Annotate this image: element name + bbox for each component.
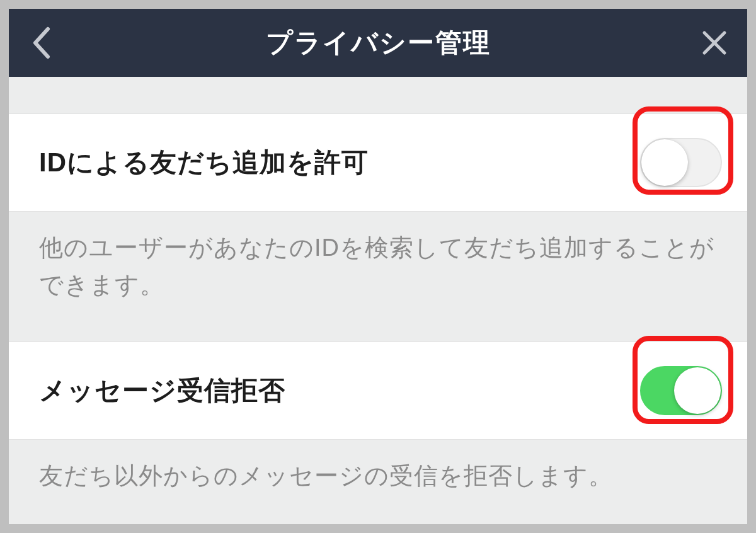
- navbar: プライバシー管理: [9, 9, 747, 77]
- toggle-message-reject[interactable]: [640, 366, 722, 415]
- setting-description: 他のユーザーがあなたのIDを検索して友だち追加することができます。: [9, 212, 747, 341]
- settings-screen: プライバシー管理 IDによる友だち追加を許可 他のユーザーがあなたのIDを検索し…: [9, 9, 747, 524]
- setting-description: 友だち以外からのメッセージの受信を拒否します。: [9, 440, 747, 524]
- page-title: プライバシー管理: [266, 25, 491, 60]
- chevron-left-icon: [30, 26, 53, 59]
- close-button[interactable]: [696, 24, 733, 62]
- toggle-id-friend-add[interactable]: [640, 138, 722, 187]
- setting-row-id-friend-add: IDによる友だち追加を許可: [9, 113, 747, 212]
- setting-label: IDによる友だち追加を許可: [39, 145, 369, 180]
- toggle-knob: [641, 139, 688, 186]
- settings-list: IDによる友だち追加を許可 他のユーザーがあなたのIDを検索して友だち追加するこ…: [9, 77, 747, 524]
- close-icon: [701, 29, 728, 57]
- back-button[interactable]: [23, 24, 60, 62]
- setting-label: メッセージ受信拒否: [39, 373, 285, 408]
- setting-row-message-reject: メッセージ受信拒否: [9, 341, 747, 440]
- toggle-knob: [674, 367, 721, 414]
